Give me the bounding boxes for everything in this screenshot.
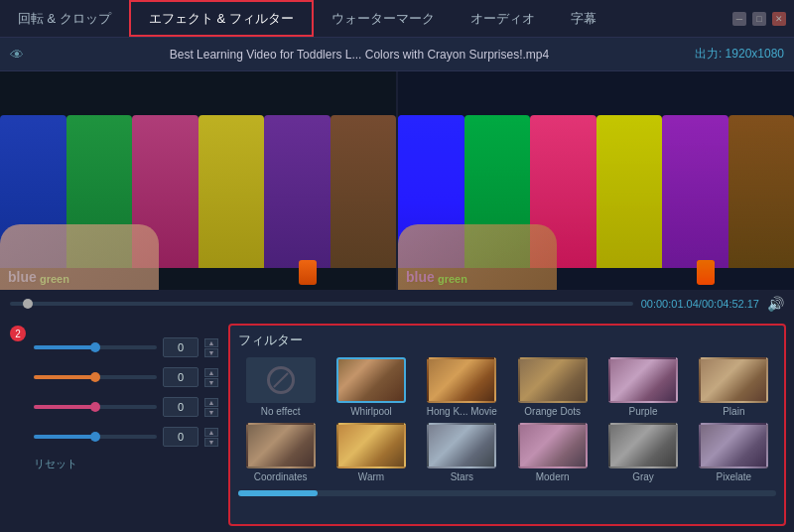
- hand-area-left: [0, 224, 159, 290]
- filter-item-no-effect[interactable]: No effect: [238, 357, 323, 417]
- filter-thumb-gray: [608, 423, 678, 468]
- spin-up-2[interactable]: ▲: [204, 368, 218, 377]
- video-content-left: blue green: [0, 71, 396, 290]
- filter-item-gray[interactable]: Gray: [600, 423, 685, 482]
- filter-item-orange-dots[interactable]: Orange Dots: [510, 357, 595, 417]
- eye-icon[interactable]: 👁: [10, 47, 24, 63]
- filter-thumb-plain: [699, 357, 768, 403]
- close-button[interactable]: ✕: [772, 12, 786, 26]
- slider-input-3[interactable]: [163, 397, 198, 417]
- slider-row-2: ▲ ▼: [10, 363, 218, 391]
- filter-item-whirlpool[interactable]: Whirlpool: [329, 357, 413, 417]
- no-effect-line: [273, 372, 289, 388]
- filter-item-modern[interactable]: Modern: [510, 423, 595, 482]
- filter-thumb-warm: [336, 423, 406, 468]
- volume-icon[interactable]: 🔊: [767, 296, 784, 312]
- slider-fill-4: [34, 435, 95, 439]
- nav-rotate-crop[interactable]: 回転 & クロップ: [0, 0, 129, 37]
- slider-handle-3[interactable]: [90, 402, 100, 412]
- filter-thumb-no-effect: [246, 357, 316, 403]
- filter-thumb-hong-kong: [427, 357, 496, 403]
- slider-track-3[interactable]: [34, 405, 157, 409]
- filter-label-orange-dots: Orange Dots: [524, 406, 581, 417]
- preview-area: blue green: [0, 71, 794, 532]
- nav-subtitles[interactable]: 字幕: [553, 0, 614, 37]
- filter-item-warm[interactable]: Warm: [329, 423, 413, 482]
- crayon-purple-r: [662, 115, 728, 268]
- slider-row-3: ▲ ▼: [10, 393, 218, 421]
- video-panel-right: blue green: [398, 71, 794, 290]
- filter-label-gray: Gray: [632, 471, 654, 482]
- crayon-brown-r: [728, 115, 795, 268]
- filter-label-pixelate: Pixelate: [717, 471, 752, 482]
- filter-label-warm: Warm: [358, 471, 384, 482]
- filter-item-plain[interactable]: Plain: [692, 357, 776, 417]
- slider-fill-1: [34, 345, 95, 349]
- spin-down-2[interactable]: ▼: [204, 378, 218, 387]
- minimize-button[interactable]: ─: [732, 12, 746, 26]
- filter-thumb-purple: [608, 357, 678, 403]
- no-effect-circle: [267, 366, 295, 394]
- timeline-thumb[interactable]: [23, 299, 33, 309]
- crayon-yellow: [198, 115, 265, 268]
- filter-thumb-whirlpool: [336, 357, 406, 403]
- step2-badge: 2: [10, 326, 26, 341]
- filters-title: フィルター: [238, 332, 776, 349]
- filter-scrollbar[interactable]: [238, 490, 776, 496]
- slider-input-1[interactable]: [163, 337, 198, 357]
- spin-down-3[interactable]: ▼: [204, 408, 218, 417]
- filter-item-hong-kong[interactable]: Hong K... Movie: [420, 357, 504, 417]
- window-controls: ─ □ ✕: [732, 12, 794, 26]
- filter-label-no-effect: No effect: [261, 406, 301, 417]
- slider-track-4[interactable]: [34, 435, 157, 439]
- file-bar: 👁 Best Learning Video for Toddlers L... …: [0, 38, 794, 71]
- slider-input-4[interactable]: [163, 427, 198, 447]
- video-content-right: blue green: [398, 71, 794, 290]
- filter-label-stars: Stars: [451, 471, 473, 482]
- maximize-button[interactable]: □: [752, 12, 766, 26]
- video-panel-left: blue green: [0, 71, 396, 290]
- slider-handle-4[interactable]: [90, 432, 100, 442]
- slider-fill-2: [34, 375, 95, 379]
- filter-item-stars[interactable]: Stars: [420, 423, 504, 482]
- hand-area-right: [398, 224, 557, 290]
- spin-down-4[interactable]: ▼: [204, 438, 218, 447]
- spin-up-1[interactable]: ▲: [204, 338, 218, 347]
- slider-handle-2[interactable]: [90, 372, 100, 382]
- slider-handle-1[interactable]: [90, 342, 100, 352]
- filters-section: フィルター No effect Whirlpool: [228, 324, 786, 526]
- filter-label-modern: Modern: [536, 471, 570, 482]
- filter-item-pixelate[interactable]: Pixelate: [692, 423, 776, 482]
- nav-effects-filters[interactable]: エフェクト & フィルター: [129, 0, 314, 37]
- filter-scrollbar-thumb[interactable]: [238, 490, 318, 496]
- slider-fill-3: [34, 405, 95, 409]
- spinner-4: ▲ ▼: [204, 428, 218, 447]
- nav-watermark[interactable]: ウォーターマーク: [314, 0, 453, 37]
- filter-label-plain: Plain: [723, 406, 744, 417]
- slider-track-1[interactable]: [34, 345, 157, 349]
- crayon-brown: [331, 115, 397, 268]
- orange-cap-right: [697, 260, 715, 285]
- time-display: 00:00:01.04/00:04:52.17: [641, 298, 759, 310]
- spinner-3: ▲ ▼: [204, 398, 218, 417]
- spin-up-3[interactable]: ▲: [204, 398, 218, 407]
- slider-track-2[interactable]: [34, 375, 157, 379]
- spinner-2: ▲ ▼: [204, 368, 218, 387]
- filter-item-purple[interactable]: Purple: [600, 357, 685, 417]
- reset-button[interactable]: リセット: [34, 457, 218, 471]
- spin-down-1[interactable]: ▼: [204, 348, 218, 357]
- bottom-panel: 2 ▲ ▼: [0, 318, 794, 532]
- filter-thumb-stars: [427, 423, 496, 468]
- filter-grid: No effect Whirlpool Hong K... Movie Oran…: [238, 357, 776, 482]
- nav-audio[interactable]: オーディオ: [453, 0, 553, 37]
- filter-label-hong-kong: Hong K... Movie: [427, 406, 497, 417]
- main-content: blue green: [0, 71, 794, 532]
- video-row: blue green: [0, 71, 794, 290]
- spin-up-4[interactable]: ▲: [204, 428, 218, 437]
- file-name: Best Learning Video for Toddlers L... Co…: [34, 48, 685, 62]
- slider-input-2[interactable]: [163, 367, 198, 387]
- filter-label-whirlpool: Whirlpool: [350, 406, 392, 417]
- nav-bar: 回転 & クロップ エフェクト & フィルター 1 ウォーターマーク オーディオ…: [0, 0, 794, 38]
- filter-item-coordinates[interactable]: Coordinates: [238, 423, 323, 482]
- timeline-track[interactable]: [10, 302, 633, 306]
